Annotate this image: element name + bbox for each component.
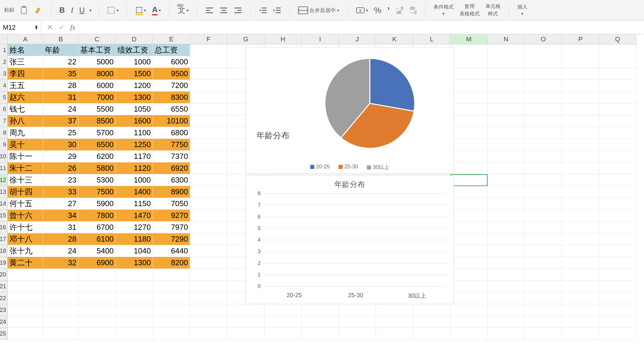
cell[interactable]: 29 [43, 151, 79, 162]
cell[interactable] [562, 162, 599, 174]
cell[interactable] [599, 281, 636, 292]
cell[interactable]: 8900 [153, 186, 190, 198]
cell[interactable] [599, 68, 636, 80]
row-header-2[interactable]: 2 [0, 56, 8, 68]
cell[interactable] [562, 269, 599, 281]
cell[interactable] [525, 281, 562, 292]
cell[interactable] [116, 328, 153, 340]
cell[interactable] [339, 328, 376, 340]
cell[interactable] [116, 281, 153, 292]
row-header-16[interactable]: 16 [0, 222, 8, 233]
cell[interactable] [525, 151, 562, 162]
cell[interactable] [450, 186, 488, 198]
cell[interactable]: 5500 [79, 103, 116, 115]
cell[interactable] [562, 328, 599, 340]
column-header-C[interactable]: C [79, 34, 116, 44]
cell[interactable]: 黄二十 [8, 257, 43, 269]
cell[interactable] [264, 328, 302, 340]
cell[interactable] [413, 328, 450, 340]
cell[interactable]: 34 [43, 210, 79, 222]
cell[interactable] [525, 68, 562, 80]
percent-button[interactable]: % [373, 5, 383, 16]
row-header-13[interactable]: 13 [0, 186, 8, 198]
row-header-10[interactable]: 10 [0, 151, 8, 162]
cell[interactable]: 5000 [79, 56, 116, 68]
cell[interactable] [599, 222, 636, 233]
cell[interactable] [525, 186, 562, 198]
cell-style-button[interactable]: 单元格 样式 [484, 3, 502, 17]
cell[interactable] [116, 269, 153, 281]
cell[interactable]: 7000 [79, 92, 116, 103]
cell[interactable]: 6700 [79, 222, 116, 233]
cell[interactable] [450, 292, 488, 304]
format-painter-button[interactable] [32, 5, 44, 15]
cell[interactable] [190, 139, 227, 151]
cell[interactable] [190, 316, 227, 328]
cell[interactable]: 5400 [79, 245, 116, 257]
cell[interactable] [562, 281, 599, 292]
cell[interactable]: 6200 [79, 151, 116, 162]
cell[interactable] [525, 174, 562, 186]
cell[interactable] [190, 115, 227, 127]
cell[interactable]: 28 [43, 233, 79, 245]
row-header-14[interactable]: 14 [0, 198, 8, 210]
cell[interactable]: 37 [43, 115, 79, 127]
column-header-K[interactable]: K [376, 34, 413, 44]
bold-button[interactable]: B [58, 5, 66, 15]
cell[interactable]: 6920 [153, 162, 190, 174]
cell[interactable] [190, 222, 227, 233]
cell[interactable] [488, 245, 525, 257]
decrease-decimal-button[interactable]: ←.0.00 [394, 6, 404, 15]
cell[interactable]: 1120 [116, 162, 153, 174]
cell[interactable]: 25 [43, 127, 79, 139]
cell[interactable] [599, 115, 636, 127]
cell[interactable] [190, 174, 227, 186]
cell[interactable] [450, 68, 488, 80]
cell[interactable] [43, 281, 79, 292]
column-header-D[interactable]: D [116, 34, 153, 44]
cell[interactable] [227, 316, 264, 328]
cell[interactable] [562, 210, 599, 222]
cell[interactable] [450, 233, 488, 245]
cell[interactable] [562, 151, 599, 162]
cell[interactable] [488, 316, 525, 328]
cell[interactable] [450, 316, 488, 328]
cell[interactable]: 22 [43, 56, 79, 68]
cell[interactable]: 5900 [79, 198, 116, 210]
cell[interactable]: 1600 [116, 115, 153, 127]
cell[interactable] [562, 44, 599, 56]
cell[interactable] [562, 233, 599, 245]
border-button[interactable]: ▾ [106, 6, 120, 15]
select-all-corner[interactable] [0, 34, 8, 44]
cell[interactable] [43, 304, 79, 316]
cell[interactable]: 6000 [79, 80, 116, 92]
cell[interactable] [190, 162, 227, 174]
comma-button[interactable]: ’ [386, 5, 391, 16]
cell[interactable] [599, 328, 636, 340]
cell[interactable] [450, 103, 488, 115]
cell[interactable]: 1000 [116, 174, 153, 186]
cell[interactable]: 1300 [116, 257, 153, 269]
cell[interactable] [599, 139, 636, 151]
cell[interactable]: 朱十二 [8, 162, 43, 174]
merge-center-button[interactable]: 合并后居中 ▾ [297, 6, 340, 15]
cell[interactable]: 6440 [153, 245, 190, 257]
cell[interactable] [190, 245, 227, 257]
cell[interactable]: 1040 [116, 245, 153, 257]
cell[interactable] [190, 210, 227, 222]
cell[interactable] [450, 174, 488, 186]
cell[interactable] [599, 292, 636, 304]
column-header-O[interactable]: O [525, 34, 562, 44]
cell[interactable]: 1500 [116, 68, 153, 80]
cell[interactable] [227, 328, 264, 340]
cell[interactable]: 23 [43, 174, 79, 186]
cell[interactable] [562, 139, 599, 151]
cell[interactable] [153, 269, 190, 281]
column-header-H[interactable]: H [264, 34, 302, 44]
cell[interactable] [450, 162, 488, 174]
cell[interactable] [153, 281, 190, 292]
row-header-8[interactable]: 8 [0, 127, 8, 139]
cell[interactable]: 1150 [116, 198, 153, 210]
cell[interactable]: 1250 [116, 139, 153, 151]
cell[interactable] [450, 281, 488, 292]
